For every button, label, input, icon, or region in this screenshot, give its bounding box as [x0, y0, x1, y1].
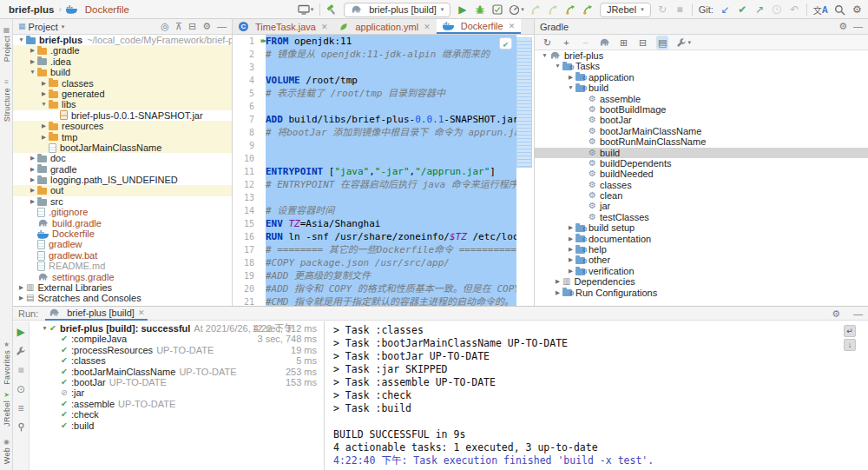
tree-row[interactable]: ⊘:jar	[30, 387, 324, 398]
tree-row[interactable]: ✔:check	[30, 409, 324, 420]
group-tasks-icon[interactable]: ▤	[656, 36, 668, 50]
run-config-combo-dropdown-icon[interactable]: ▾	[441, 6, 444, 13]
code-line[interactable]: 21#CMD 指令就是用于指定默认的容器主进程的启动命令的。	[233, 295, 534, 306]
expand-arrow-icon[interactable]: ▶	[28, 45, 37, 56]
expand-arrow-icon[interactable]: ▶	[553, 288, 562, 298]
translate-icon[interactable]: 文A	[813, 3, 828, 17]
tree-row[interactable]: ⚙testClasses	[535, 212, 868, 222]
tree-row[interactable]: ✔:classes5 ms	[30, 355, 324, 366]
locate-icon[interactable]: ◎	[161, 21, 169, 32]
run-icon[interactable]: ▶	[457, 3, 468, 17]
code-line[interactable]: 13	[233, 191, 534, 204]
hide-icon[interactable]: —	[853, 308, 863, 319]
stop-disabled-icon[interactable]: ■	[674, 3, 686, 17]
tree-row[interactable]: ▶verification	[535, 266, 868, 276]
stripe-web-tab[interactable]: ◉ Web	[0, 438, 13, 464]
tree-row[interactable]: ▶Run Configurations	[535, 288, 868, 298]
inspections-ok-icon[interactable]: ✔	[499, 37, 512, 50]
tree-row[interactable]: ⚙build	[535, 148, 868, 158]
scroll-to-end-icon[interactable]: ↓	[844, 339, 856, 351]
expand-arrow-icon[interactable]: ▶	[28, 153, 37, 163]
stripe-project-tab[interactable]: ▦ Project	[0, 26, 13, 62]
expand-arrow-icon[interactable]: ▶	[39, 89, 49, 99]
tree-row[interactable]: ⚙bootBuildImage	[535, 104, 868, 115]
code-line[interactable]: 14# 设置容器时间	[233, 204, 534, 217]
tree-row[interactable]: ▶logging.path_IS_UNDEFINED	[13, 175, 232, 185]
run-tab-close-icon[interactable]: ✕	[138, 308, 145, 317]
expand-arrow-icon[interactable]: ▼	[28, 67, 37, 77]
hide-icon[interactable]: —	[853, 21, 863, 32]
tab-close-icon[interactable]: ✕	[509, 22, 516, 30]
tree-row[interactable]: ▼brief-plus	[535, 50, 868, 61]
tree-row[interactable]: ⚙bootJar	[535, 115, 868, 125]
gradle-elephant-icon[interactable]	[599, 36, 610, 50]
tree-row[interactable]: ▼build	[13, 67, 232, 77]
git-push-icon[interactable]: ↗	[754, 3, 766, 17]
code-line[interactable]: 5# 表示挂载了 /root/tmp 目录到容器中	[233, 87, 534, 100]
gradle-settings-wrench-icon[interactable]: ▾	[676, 36, 691, 50]
tree-row[interactable]: ⚙bootRunMainClassName	[535, 136, 868, 147]
jrebel-run-icon[interactable]	[565, 3, 576, 17]
tree-row[interactable]: ▶help	[535, 244, 868, 255]
build-hammer-icon[interactable]	[326, 3, 338, 17]
attach-disabled-2-icon[interactable]	[548, 3, 559, 17]
tree-row[interactable]: ▶▥Dependencies	[535, 276, 868, 287]
tree-row[interactable]: ▶▥External Libraries	[13, 282, 232, 293]
expand-arrow-icon[interactable]: ▶	[566, 255, 575, 265]
expand-arrow-icon[interactable]: ▼	[540, 50, 549, 61]
tree-row[interactable]: ▶src	[13, 196, 232, 207]
tree-row[interactable]: ▼✔brief-plus [build]: successfulAt 2021/…	[30, 323, 324, 334]
stop-icon[interactable]: ■	[16, 364, 27, 375]
tree-row[interactable]: Dockerfile	[13, 228, 232, 239]
expand-arrow-icon[interactable]: ▶	[566, 72, 575, 83]
rerun-icon[interactable]: ▶	[16, 326, 27, 337]
expand-arrow-icon[interactable]: ▼	[16, 35, 26, 45]
expand-arrow-icon[interactable]: ▶	[28, 185, 37, 195]
jrebel-debug-icon[interactable]	[582, 3, 594, 17]
editor-tab-application-yml[interactable]: application.yml✕	[333, 19, 436, 34]
profiler-icon[interactable]: ▾	[509, 3, 524, 17]
settings-icon[interactable]: ⚙	[852, 3, 863, 17]
settings-icon[interactable]: ⚙	[202, 21, 211, 32]
tree-row[interactable]: ✔:processResourcesUP-TO-DATE19 ms	[30, 345, 324, 355]
tree-row[interactable]: README.md	[13, 261, 232, 271]
code-line[interactable]: 2# 镜像是从 openjdk:11-jdk-alpin 继承而来的	[233, 48, 534, 61]
code-line[interactable]: 3	[233, 61, 534, 74]
tree-row[interactable]: ▶gradle	[13, 164, 232, 175]
rerun-disabled-icon[interactable]: ↻	[657, 3, 668, 17]
tree-row[interactable]: ▶tmp	[13, 132, 232, 142]
tree-row[interactable]: ▶generated	[13, 89, 232, 99]
attach-disabled-1-icon[interactable]	[530, 3, 542, 17]
expand-arrow-icon[interactable]: ▶	[553, 276, 562, 287]
expand-arrow-icon[interactable]: ▶	[16, 282, 26, 293]
code-line[interactable]: 17# ======== 其它的一些Dockerfile命令 =========…	[233, 243, 534, 256]
code-line[interactable]: 10	[233, 152, 534, 165]
git-commit-icon[interactable]: ✔	[737, 3, 748, 17]
expand-arrow-icon[interactable]: ▶	[39, 132, 49, 142]
tree-row[interactable]: ⚙bootJarMainClassName	[535, 126, 868, 136]
tree-row[interactable]: ▼libs	[13, 99, 232, 109]
tree-row[interactable]: ▶.idea	[13, 56, 232, 67]
expand-arrow-icon[interactable]: ▼	[40, 323, 49, 334]
tree-row[interactable]: ⚙buildDependents	[535, 158, 868, 169]
expand-arrow-icon[interactable]: ▶	[566, 244, 575, 255]
tree-row[interactable]: ▼Tasks	[535, 61, 868, 71]
rollback-icon[interactable]: ↶	[789, 3, 800, 17]
layout-icon[interactable]: ≡	[16, 402, 27, 414]
editor-tab-dockerfile[interactable]: Dockerfile✕	[437, 19, 521, 34]
tree-row[interactable]: ⚙buildNeeded	[535, 169, 868, 179]
tree-row[interactable]: ▶documentation	[535, 234, 868, 244]
tree-row[interactable]: ⚙classes	[535, 180, 868, 190]
project-panel-title[interactable]: Project	[29, 22, 58, 32]
stripe-favorites-tab[interactable]: ★ Favorites	[0, 341, 13, 385]
tree-row[interactable]: ✔:build	[30, 420, 324, 431]
code-line[interactable]: 16RUN ln -snf /usr/share/zoneinfo/$TZ /e…	[233, 230, 534, 243]
code-line[interactable]: 6	[233, 100, 534, 113]
tree-row[interactable]: settings.gradle	[13, 272, 232, 282]
tree-row[interactable]: ✔:compileJava3 sec, 748 ms	[30, 334, 324, 344]
expand-arrow-icon[interactable]: ▶	[566, 266, 575, 276]
run-dockerfile-gutter-icon[interactable]: ▶▶	[261, 35, 265, 48]
code-line[interactable]: 20#ADD 指令和 COPY 的格式和性质基本一致。但是在 COPY 基	[233, 282, 534, 295]
tree-row[interactable]: build.gradle	[13, 218, 232, 228]
code-line[interactable]: 18#COPY package.json /usr/src/app/	[233, 256, 534, 269]
